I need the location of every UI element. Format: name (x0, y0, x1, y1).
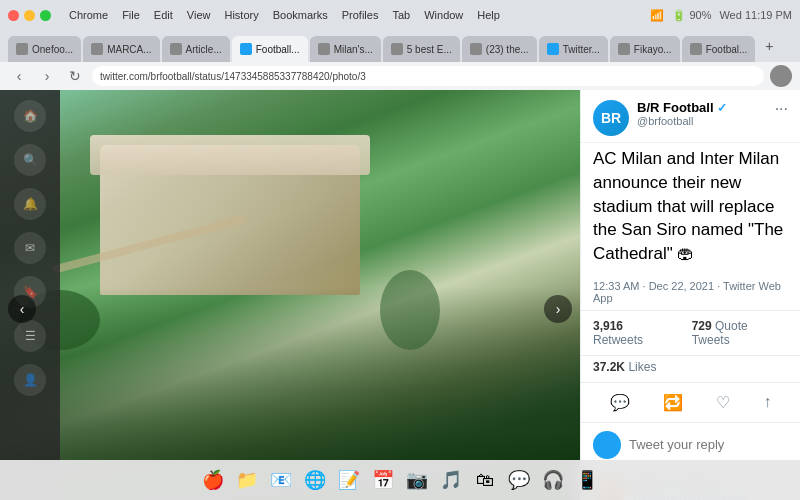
stadium-image (0, 90, 580, 500)
dock-icon-messages[interactable]: 💬 (505, 466, 533, 494)
address-bar[interactable]: twitter.com/brfootball/status/1473345885… (92, 66, 764, 86)
tweet-user-handle[interactable]: @brfootball (637, 115, 767, 127)
reply-input[interactable] (629, 437, 797, 452)
left-sidebar: 🏠 🔍 🔔 ✉ 🔖 ☰ 👤 (0, 90, 60, 500)
dock-icon-calendar[interactable]: 📅 (369, 466, 397, 494)
browser-toolbar: Chrome File Edit View History Bookmarks … (0, 0, 800, 30)
system-time: Wed 11:19 PM (719, 9, 792, 22)
tabs-bar: Onefoo... MARCA... Article... Football..… (0, 30, 800, 62)
menu-window[interactable]: Window (424, 9, 463, 21)
tab-23the[interactable]: (23) the... (462, 36, 537, 62)
menu-history[interactable]: History (224, 9, 258, 21)
user-profile-icon[interactable] (770, 65, 792, 87)
tweet-timestamp: 12:33 AM · Dec 22, 2021 · Twitter Web Ap… (581, 274, 800, 311)
likes-count-row[interactable]: 37.2K Likes (581, 356, 800, 383)
system-wifi: 📶 (650, 9, 664, 22)
tweet-counts: 3,916 Retweets 729 Quote Tweets (581, 311, 800, 356)
menu-bookmarks[interactable]: Bookmarks (273, 9, 328, 21)
tab-fikayo[interactable]: Fikayo... (610, 36, 680, 62)
share-action-icon[interactable]: ↑ (759, 389, 775, 416)
sidebar-icon-person[interactable]: 👤 (14, 364, 46, 396)
dock-icon-notes[interactable]: 📝 (335, 466, 363, 494)
close-dot[interactable] (8, 10, 19, 21)
dock-icon-folder[interactable]: 📁 (233, 466, 261, 494)
maximize-dot[interactable] (40, 10, 51, 21)
menu-tab[interactable]: Tab (392, 9, 410, 21)
tweet-actions: 💬 🔁 ♡ ↑ (581, 383, 800, 423)
menu-file[interactable]: File (122, 9, 140, 21)
dock-icon-phone[interactable]: 📱 (573, 466, 601, 494)
forward-button[interactable]: › (36, 65, 58, 87)
nav-bar: ‹ › ↻ twitter.com/brfootball/status/1473… (0, 62, 800, 90)
back-button[interactable]: ‹ (8, 65, 30, 87)
retweet-action-icon[interactable]: 🔁 (659, 389, 687, 416)
dock-icon-safari[interactable]: 🌐 (301, 466, 329, 494)
next-photo-arrow[interactable]: › (544, 295, 572, 323)
tab-marca[interactable]: MARCA... (83, 36, 159, 62)
taskbar: 🍎 📁 📧 🌐 📝 📅 📷 🎵 🛍 💬 🎧 📱 (0, 460, 800, 500)
dock-icon-appstore[interactable]: 🛍 (471, 466, 499, 494)
verified-badge: ✓ (717, 101, 727, 115)
new-tab-button[interactable]: + (757, 38, 781, 54)
tweet-user-name[interactable]: B/R Football ✓ (637, 100, 767, 115)
sidebar-icon-search[interactable]: 🔍 (14, 144, 46, 176)
dock-icon-music[interactable]: 🎵 (437, 466, 465, 494)
menu-profiles[interactable]: Profiles (342, 9, 379, 21)
browser-chrome: Chrome File Edit View History Bookmarks … (0, 0, 800, 62)
sidebar-icon-bell[interactable]: 🔔 (14, 188, 46, 220)
tweet-header: BR B/R Football ✓ @brfootball ··· (581, 90, 800, 143)
menu-edit[interactable]: Edit (154, 9, 173, 21)
tweet-text: AC Milan and Inter Milan announce their … (581, 143, 800, 274)
retweets-label: Retweets (593, 333, 643, 347)
comment-action-icon[interactable]: 💬 (606, 389, 634, 416)
sidebar-icon-list[interactable]: ☰ (14, 320, 46, 352)
menu-chrome[interactable]: Chrome (69, 9, 108, 21)
minimize-dot[interactable] (24, 10, 35, 21)
tweet-user-info: B/R Football ✓ @brfootball (637, 100, 767, 127)
refresh-button[interactable]: ↻ (64, 65, 86, 87)
dock-icon-photos[interactable]: 📷 (403, 466, 431, 494)
sidebar-icon-mail[interactable]: ✉ (14, 232, 46, 264)
tab-football2[interactable]: Footbal... (682, 36, 756, 62)
like-action-icon[interactable]: ♡ (712, 389, 734, 416)
reply-user-avatar (593, 431, 621, 459)
dock-icon-finder[interactable]: 🍎 (199, 466, 227, 494)
photo-area: 🏠 🔍 🔔 ✉ 🔖 ☰ 👤 ‹ › 💬 383 🔁 4.6K ♡ 37.2K (0, 90, 580, 500)
twitter-panel: BR B/R Football ✓ @brfootball ··· AC Mil… (580, 90, 800, 500)
tab-onefootball[interactable]: Onefoo... (8, 36, 81, 62)
prev-photo-arrow[interactable]: ‹ (8, 295, 36, 323)
dock-icon-mail[interactable]: 📧 (267, 466, 295, 494)
sidebar-icon-home[interactable]: 🏠 (14, 100, 46, 132)
tab-football-active[interactable]: Football... (232, 36, 308, 62)
url-text: twitter.com/brfootball/status/1473345885… (100, 71, 366, 82)
quote-tweets-count[interactable]: 729 Quote Tweets (692, 319, 788, 347)
system-battery: 🔋 90% (672, 9, 711, 22)
tab-article[interactable]: Article... (162, 36, 230, 62)
tab-5best[interactable]: 5 best E... (383, 36, 460, 62)
menu-help[interactable]: Help (477, 9, 500, 21)
menu-view[interactable]: View (187, 9, 211, 21)
tweet-avatar[interactable]: BR (593, 100, 629, 136)
tab-twitter[interactable]: Twitter... (539, 36, 608, 62)
tweet-more-button[interactable]: ··· (775, 100, 788, 118)
dock-icon-spotify[interactable]: 🎧 (539, 466, 567, 494)
tab-milans[interactable]: Milan's... (310, 36, 381, 62)
retweet-count[interactable]: 3,916 Retweets (593, 319, 676, 347)
browser-menu: Chrome File Edit View History Bookmarks … (69, 9, 500, 21)
